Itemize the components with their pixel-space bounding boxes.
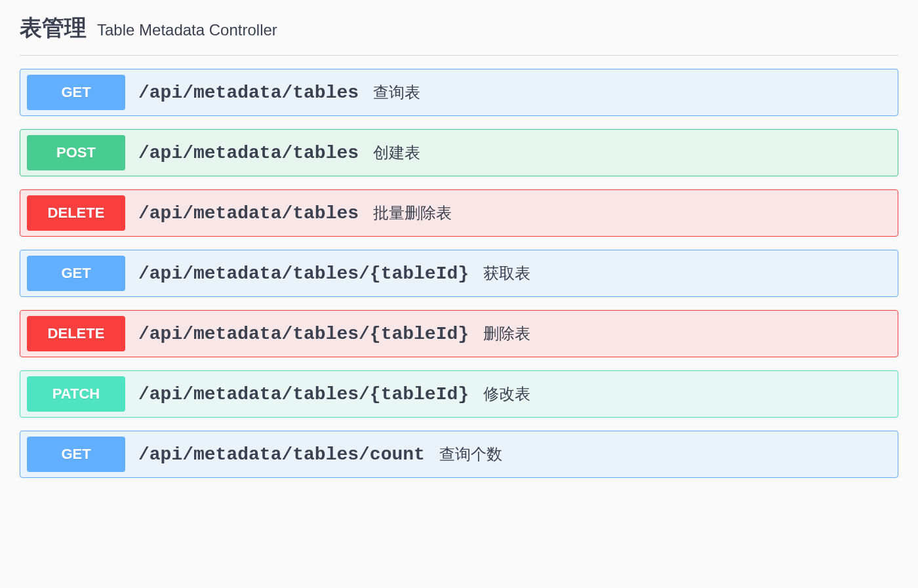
http-method-badge: PATCH: [27, 376, 125, 412]
http-method-badge: GET: [27, 437, 125, 472]
section-title: 表管理: [20, 13, 87, 43]
endpoint-description: 查询个数: [437, 444, 502, 465]
endpoint-summary[interactable]: GET /api/metadata/tables/count 查询个数: [20, 431, 898, 477]
endpoint-description: 删除表: [481, 323, 530, 344]
endpoint-summary[interactable]: DELETE /api/metadata/tables/{tableId} 删除…: [20, 311, 898, 357]
endpoint-row[interactable]: GET /api/metadata/tables 查询表: [20, 69, 898, 116]
endpoint-summary[interactable]: DELETE /api/metadata/tables 批量删除表: [20, 190, 898, 236]
endpoint-description: 查询表: [370, 82, 420, 103]
endpoint-description: 获取表: [481, 263, 530, 284]
endpoint-row[interactable]: GET /api/metadata/tables/{tableId} 获取表: [20, 250, 898, 297]
endpoint-row[interactable]: PATCH /api/metadata/tables/{tableId} 修改表: [20, 370, 898, 418]
endpoint-path: /api/metadata/tables/{tableId}: [125, 384, 481, 404]
endpoint-summary[interactable]: PATCH /api/metadata/tables/{tableId} 修改表: [20, 371, 898, 417]
endpoint-summary[interactable]: GET /api/metadata/tables/{tableId} 获取表: [20, 250, 898, 296]
endpoint-description: 批量删除表: [370, 203, 452, 224]
http-method-badge: GET: [27, 75, 125, 110]
http-method-badge: DELETE: [27, 316, 125, 351]
endpoint-path: /api/metadata/tables/{tableId}: [125, 264, 481, 284]
endpoint-path: /api/metadata/tables/{tableId}: [125, 324, 481, 344]
endpoint-row[interactable]: POST /api/metadata/tables 创建表: [20, 129, 898, 176]
endpoint-row[interactable]: GET /api/metadata/tables/count 查询个数: [20, 431, 898, 478]
endpoint-description: 创建表: [370, 142, 420, 163]
endpoint-row[interactable]: DELETE /api/metadata/tables 批量删除表: [20, 189, 898, 237]
endpoint-path: /api/metadata/tables: [125, 143, 370, 163]
section-subtitle: Table Metadata Controller: [97, 21, 277, 39]
http-method-badge: GET: [27, 256, 125, 291]
endpoint-row[interactable]: DELETE /api/metadata/tables/{tableId} 删除…: [20, 310, 898, 357]
http-method-badge: POST: [27, 135, 125, 170]
endpoint-summary[interactable]: POST /api/metadata/tables 创建表: [20, 130, 898, 176]
section-header[interactable]: 表管理 Table Metadata Controller: [20, 13, 898, 56]
endpoint-path: /api/metadata/tables: [125, 83, 370, 103]
endpoint-path: /api/metadata/tables/count: [125, 444, 437, 465]
http-method-badge: DELETE: [27, 195, 125, 231]
endpoint-path: /api/metadata/tables: [125, 203, 370, 224]
endpoint-summary[interactable]: GET /api/metadata/tables 查询表: [20, 69, 898, 115]
endpoint-description: 修改表: [481, 383, 530, 404]
